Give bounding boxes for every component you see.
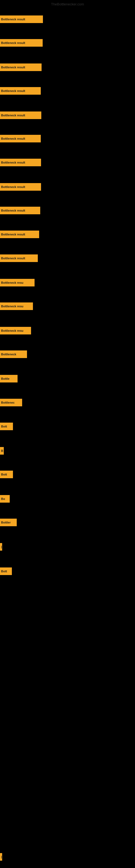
bottleneck-result-label: Bottleneck bbox=[1, 352, 16, 356]
bottleneck-result-bar: Bo bbox=[0, 495, 10, 503]
bottleneck-result-label: Bottleneck result bbox=[1, 66, 25, 69]
bottleneck-result-label: Bottleneck result bbox=[1, 89, 25, 93]
bottleneck-result-bar: Bottleneck result bbox=[0, 39, 43, 46]
bottleneck-result-bar: Bottleneck bbox=[0, 350, 27, 358]
bottleneck-result-label: Bottler bbox=[1, 521, 10, 524]
bottleneck-result-label: | bbox=[1, 855, 2, 859]
bottleneck-result-bar: Bott bbox=[0, 471, 13, 478]
bottleneck-result-label: Bott bbox=[1, 473, 7, 476]
bottleneck-result-bar: Bott bbox=[0, 423, 13, 430]
bottleneck-result-label: Bottleneck resu bbox=[1, 305, 24, 308]
bottleneck-result-bar: Bottleneck result bbox=[0, 207, 40, 214]
bottleneck-result-label: Bottlenec bbox=[1, 401, 14, 404]
bottleneck-result-label: Bottleneck result bbox=[1, 257, 25, 260]
bottleneck-result-bar: Bottleneck resu bbox=[0, 279, 35, 286]
bottleneck-result-bar: Bottleneck result bbox=[0, 16, 43, 23]
bottleneck-result-label: Bottleneck result bbox=[1, 18, 25, 21]
bottleneck-result-bar: Bottleneck result bbox=[0, 183, 41, 191]
site-title: TheBottlenecker.com bbox=[51, 2, 84, 6]
bottleneck-result-bar: Bottleneck resu bbox=[0, 327, 31, 335]
bottleneck-result-bar: Bottleneck resu bbox=[0, 303, 33, 310]
bottleneck-result-label: Bottleneck result bbox=[1, 114, 25, 117]
bottleneck-result-label: Bott bbox=[1, 425, 7, 428]
bottleneck-result-bar: Bottle bbox=[0, 375, 17, 382]
bottleneck-result-label: Bo bbox=[1, 497, 5, 500]
bottleneck-result-label: | bbox=[1, 545, 2, 549]
bottleneck-result-bar: Bottleneck result bbox=[0, 159, 41, 166]
bottleneck-result-label: Bottleneck result bbox=[1, 161, 25, 164]
bottleneck-result-bar: | bbox=[0, 543, 2, 551]
bottleneck-result-label: Bottleneck resu bbox=[1, 281, 24, 284]
bottleneck-result-label: Bottleneck result bbox=[1, 185, 25, 188]
bottleneck-result-label: Bottleneck result bbox=[1, 41, 25, 44]
bottleneck-result-label: Bottleneck resu bbox=[1, 329, 24, 332]
bottleneck-result-label: B bbox=[1, 449, 3, 453]
bottleneck-result-label: Bottleneck result bbox=[1, 137, 25, 140]
bottleneck-result-label: Bottle bbox=[1, 377, 9, 380]
bottleneck-result-bar: Bottleneck result bbox=[0, 135, 41, 143]
bottleneck-result-bar: Bottler bbox=[0, 519, 17, 526]
bottleneck-result-label: Bott bbox=[1, 569, 7, 573]
bottleneck-result-bar: Bottleneck result bbox=[0, 112, 41, 119]
bottleneck-result-bar: Bottleneck result bbox=[0, 63, 42, 71]
bottleneck-result-label: Bottleneck result bbox=[1, 233, 25, 236]
bottleneck-result-bar: B bbox=[0, 447, 4, 455]
bottleneck-result-bar: Bottlenec bbox=[0, 399, 22, 406]
bottleneck-result-bar: Bott bbox=[0, 567, 12, 575]
bottleneck-result-bar: Bottleneck result bbox=[0, 230, 39, 238]
bottleneck-result-bar: Bottleneck result bbox=[0, 87, 41, 95]
bottleneck-result-bar: | bbox=[0, 853, 2, 861]
bottleneck-result-label: Bottleneck result bbox=[1, 209, 25, 212]
bottleneck-result-bar: Bottleneck result bbox=[0, 254, 38, 262]
